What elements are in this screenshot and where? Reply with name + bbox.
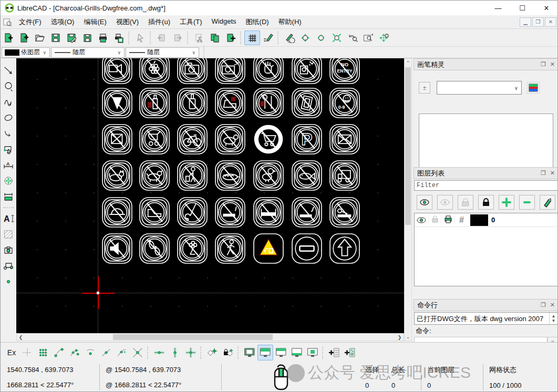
sign-no-cards[interactable] xyxy=(291,87,323,119)
modify-layer-button[interactable] xyxy=(540,195,555,210)
cut-button[interactable] xyxy=(191,30,207,45)
pen-plusminus-button[interactable]: ± xyxy=(419,82,430,94)
layer-print-icon[interactable] xyxy=(441,215,454,225)
sign-no-recording[interactable] xyxy=(291,58,323,85)
sign-no-sleeping[interactable] xyxy=(253,197,284,228)
close-panel-icon[interactable]: ✕ xyxy=(550,170,555,177)
hatch-tool-button[interactable] xyxy=(2,228,15,241)
sign-no-noise[interactable] xyxy=(101,233,133,264)
new-drawing-button[interactable] xyxy=(1,30,16,45)
float-panel-icon[interactable]: ❐ xyxy=(541,170,546,177)
unlock-all-layers-button[interactable] xyxy=(458,195,473,210)
zoom-pan-button[interactable] xyxy=(376,30,392,45)
snap-middle-button[interactable] xyxy=(98,345,114,360)
redraw-button[interactable] xyxy=(282,30,297,45)
snap-endpoints-button[interactable] xyxy=(51,345,67,360)
sign-no-birds[interactable] xyxy=(253,160,284,191)
text-tool-button[interactable]: A xyxy=(2,212,15,225)
snap-on-entity-button[interactable] xyxy=(67,345,82,360)
sign-no-bottles[interactable] xyxy=(177,87,208,119)
lock-all-layers-button[interactable] xyxy=(478,195,494,210)
sign-no-video-camera[interactable] xyxy=(101,58,133,85)
image-tool-button[interactable] xyxy=(2,243,15,257)
show-all-layers-button[interactable] xyxy=(417,195,432,210)
minimize-button[interactable]: — xyxy=(486,1,510,15)
hide-all-layers-button[interactable] xyxy=(437,195,453,210)
linetype-combobox[interactable]: 随层 ∨ xyxy=(126,47,199,58)
draft-view-3-button[interactable] xyxy=(273,345,289,360)
sign-no-hats[interactable] xyxy=(101,197,133,228)
color-combobox[interactable]: 依图层 ∨ xyxy=(2,47,50,58)
draft-view-1-button[interactable] xyxy=(242,345,257,360)
save-button[interactable] xyxy=(48,30,64,45)
sign-no-entry[interactable] xyxy=(291,233,323,264)
snap-free-button[interactable] xyxy=(19,345,35,360)
sign-no-flower-picking[interactable] xyxy=(177,233,208,264)
sign-no-animals[interactable] xyxy=(214,123,246,155)
drawing-canvas[interactable]: NOENTRY0-9P xyxy=(16,58,404,333)
new-from-template-button[interactable] xyxy=(16,30,32,45)
sign-one-way-up[interactable] xyxy=(329,233,360,264)
scroll-right-icon[interactable]: ❯ xyxy=(396,334,404,341)
remove-layer-button[interactable] xyxy=(519,195,535,210)
sign-no-touching[interactable] xyxy=(253,58,284,85)
point-tool-button[interactable] xyxy=(2,275,15,288)
horizontal-scrollbar[interactable]: ❮ ❯ xyxy=(16,333,404,341)
sign-no-parking[interactable]: P xyxy=(291,123,323,155)
add-to-list-button[interactable] xyxy=(326,345,342,360)
zoom-out-button[interactable] xyxy=(313,30,329,45)
close-panel-icon[interactable]: ✕ xyxy=(550,302,555,308)
redo-button[interactable] xyxy=(170,30,185,45)
set-relative-zero-button[interactable] xyxy=(204,345,220,360)
pen-combobox[interactable]: ∨ xyxy=(437,81,522,95)
sign-no-alcohol[interactable] xyxy=(139,87,170,119)
vertical-scroll-thumb[interactable] xyxy=(405,67,411,225)
restrict-vertical-button[interactable] xyxy=(167,345,183,360)
sign-no-golf[interactable] xyxy=(177,197,208,228)
exclusive-snap-mode-button[interactable]: Ex xyxy=(4,345,19,360)
sign-no-littering[interactable] xyxy=(177,160,208,191)
add-entity-button[interactable] xyxy=(342,345,358,360)
select-tool-button[interactable] xyxy=(2,142,15,156)
save-all-button[interactable] xyxy=(79,30,95,45)
zoom-previous-button[interactable] xyxy=(345,30,360,45)
vertical-scrollbar[interactable]: ⌃ ⌄ xyxy=(404,58,412,341)
sign-no-eating[interactable] xyxy=(253,87,284,119)
mdi-minimize-button[interactable]: ▁ xyxy=(520,17,531,27)
sign-no-smoking[interactable] xyxy=(214,197,246,228)
snap-center-button[interactable] xyxy=(82,345,98,360)
layer-color-swatch[interactable] xyxy=(470,214,488,226)
restrict-horizontal-button[interactable] xyxy=(151,345,167,360)
lock-relative-zero-button[interactable] xyxy=(220,345,236,360)
sign-no-grapes[interactable] xyxy=(139,58,170,85)
sign-no-strollers[interactable] xyxy=(139,123,170,155)
print-button[interactable] xyxy=(95,30,111,45)
layer-filter-input[interactable]: Filter xyxy=(414,180,558,191)
sign-no-walking[interactable] xyxy=(214,233,246,264)
sign-no-mail[interactable] xyxy=(329,123,360,155)
line-tool-button[interactable] xyxy=(2,64,15,77)
sign-no-ironing[interactable] xyxy=(214,87,246,119)
circle-tool-button[interactable] xyxy=(2,79,15,93)
sign-no-parcels[interactable] xyxy=(101,123,133,155)
sign-no-shopping-carts[interactable] xyxy=(253,123,284,155)
maximize-button[interactable]: ☐ xyxy=(510,1,534,15)
measure-tool-button[interactable] xyxy=(2,190,15,203)
history-scroll-buttons[interactable]: ▲▼ xyxy=(549,313,557,324)
float-panel-icon[interactable]: ❐ xyxy=(541,302,546,308)
sign-no-camera[interactable] xyxy=(177,58,208,85)
undo-button[interactable] xyxy=(154,30,170,45)
sign-no-lying-down[interactable] xyxy=(329,197,360,228)
sign-no-dogs[interactable] xyxy=(139,160,170,191)
layer-row[interactable]: # 0 xyxy=(415,213,557,227)
menu-item-1[interactable]: 选项(O) xyxy=(46,16,79,28)
snap-grid-button[interactable] xyxy=(35,345,51,360)
sign-no-smoking-2[interactable] xyxy=(291,197,323,228)
paste-button[interactable] xyxy=(223,30,239,45)
sign-no-shoes[interactable] xyxy=(139,197,170,228)
sign-no-crocodiles[interactable] xyxy=(214,160,246,191)
scroll-up-icon[interactable]: ⌃ xyxy=(405,59,411,67)
snap-distance-button[interactable] xyxy=(114,345,130,360)
close-panel-icon[interactable]: ✕ xyxy=(550,61,555,68)
float-panel-icon[interactable]: ❐ xyxy=(541,61,546,68)
